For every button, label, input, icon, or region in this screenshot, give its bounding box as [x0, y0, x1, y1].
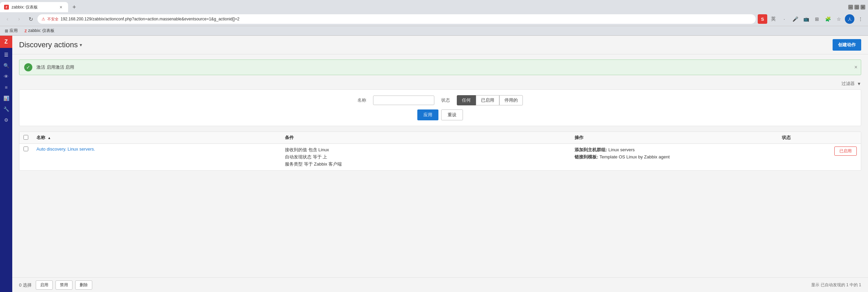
- action-label-1: 添加到主机群组:: [575, 147, 607, 152]
- sidebar-logo[interactable]: Z: [0, 36, 12, 48]
- condition-line-2: 自动发现状态 等于 上: [285, 154, 566, 161]
- screen-icon[interactable]: 📺: [801, 14, 811, 24]
- status-any-button[interactable]: 任何: [457, 95, 476, 105]
- mass-disable-button[interactable]: 禁用: [55, 280, 73, 290]
- sidebar-item-search[interactable]: 🔍: [0, 60, 12, 71]
- sidebar: Z ☰ 🔍 👁 ≡ 📊 🔧 ⚙: [0, 36, 12, 292]
- filter-row-inputs: 名称 状态 任何 已启用 停用的: [25, 95, 855, 105]
- table-row: Auto discovery. Linux servers. 接收到的值 包含 …: [19, 144, 861, 171]
- sidebar-item-menu[interactable]: ☰: [0, 49, 12, 60]
- address-bar-row: ‹ › ↻ ⚠ 不安全 192.168.200.129/zabbix/actio…: [0, 12, 868, 26]
- notification-bar: ✓ 激活 启用激活 启用 ×: [19, 59, 861, 75]
- filter-apply-button[interactable]: 应用: [417, 109, 438, 120]
- filter-header: 过滤器 ▼: [19, 81, 861, 87]
- row-actions-cell: 添加到主机群组: Linux servers 链接到模板: Template O…: [570, 144, 778, 171]
- notification-success-icon: ✓: [24, 63, 32, 71]
- tab-bar: Z zabbix: 仪表板 × + ─ ◻ ×: [0, 0, 868, 12]
- active-tab[interactable]: Z zabbix: 仪表板 ×: [0, 2, 68, 12]
- browser-chrome: Z zabbix: 仪表板 × + ─ ◻ × ‹ › ↻ ⚠ 不安全 192.…: [0, 0, 868, 36]
- window-close[interactable]: ×: [861, 5, 865, 10]
- security-icon: ⚠: [42, 17, 45, 21]
- profile-icon[interactable]: 人: [845, 14, 854, 24]
- bookmarks-bar: ⊞ 应用 Z zabbix: 仪表板: [0, 26, 868, 35]
- mic-icon[interactable]: 🎤: [790, 14, 800, 24]
- row-name-cell: Auto discovery. Linux servers.: [32, 144, 281, 171]
- menu-dots[interactable]: ⋮: [856, 14, 865, 24]
- translate-icon[interactable]: 英: [769, 14, 778, 24]
- mass-enable-button[interactable]: 启用: [36, 280, 53, 290]
- tab-title-label: zabbix: 仪表板: [12, 4, 55, 10]
- table-wrapper: 名称 ▲ 条件 操作 状态: [19, 132, 861, 171]
- new-tab-button[interactable]: +: [69, 2, 79, 12]
- table-header-status: 状态: [778, 132, 861, 144]
- refresh-button[interactable]: ↻: [26, 14, 35, 24]
- action-line-2: 链接到模板: Template OS Linux by Zabbix agent: [575, 154, 774, 161]
- adblock-icon[interactable]: ·: [779, 14, 789, 24]
- bookmark-zabbix[interactable]: Z zabbix: 仪表板: [22, 27, 57, 34]
- table-header-conditions: 条件: [281, 132, 570, 144]
- row-checkbox[interactable]: [23, 147, 28, 151]
- url-text: 192.168.200.129/zabbix/actionconf.php?ac…: [61, 17, 752, 21]
- app-wrapper: Z ☰ 🔍 👁 ≡ 📊 🔧 ⚙ Discovery actions ▾ 创建动作…: [0, 36, 868, 292]
- selected-count: 0 选择: [19, 282, 32, 288]
- condition-line-1: 接收到的值 包含 Linux: [285, 147, 566, 154]
- conditions-text: 接收到的值 包含 Linux 自动发现状态 等于 上 服务类型 等于 Zabbi…: [285, 147, 566, 168]
- condition-line-3: 服务类型 等于 Zabbix 客户端: [285, 161, 566, 168]
- filter-name-input[interactable]: [373, 96, 434, 105]
- actions-table: 名称 ▲ 条件 操作 状态: [19, 132, 861, 170]
- sidebar-item-monitoring[interactable]: 👁: [0, 71, 12, 82]
- grid-icon[interactable]: ⊞: [812, 14, 822, 24]
- mass-delete-button[interactable]: 删除: [75, 280, 92, 290]
- page-title: Discovery actions: [19, 40, 78, 49]
- row-checkbox-cell: [19, 144, 32, 171]
- window-minimize[interactable]: ─: [848, 5, 853, 10]
- security-label: 不安全: [47, 17, 59, 22]
- status-enabled-button[interactable]: 已启用: [476, 95, 499, 105]
- filter-buttons: 应用 重设: [25, 109, 855, 120]
- row-conditions-cell: 接收到的值 包含 Linux 自动发现状态 等于 上 服务类型 等于 Zabbi…: [281, 144, 570, 171]
- status-badge[interactable]: 已启用: [834, 147, 857, 156]
- filter-icon: ▼: [857, 81, 861, 86]
- filter-status-label: 状态: [441, 97, 450, 103]
- select-all-checkbox[interactable]: [23, 135, 28, 140]
- content-area: ✓ 激活 启用激活 启用 × 过滤器 ▼ 名称 状态 任何 已启用 停用的: [12, 54, 868, 277]
- tab-close-button[interactable]: ×: [58, 4, 64, 10]
- name-sort-arrow: ▲: [48, 136, 51, 140]
- table-header-checkbox: [19, 132, 32, 144]
- bookmark-zabbix-label: zabbix: 仪表板: [28, 28, 54, 34]
- create-action-button[interactable]: 创建动作: [833, 39, 861, 51]
- action-label-2: 链接到模板:: [575, 154, 598, 159]
- page-header: Discovery actions ▾ 创建动作: [12, 36, 868, 54]
- bottom-bar: 0 选择 启用 禁用 删除 显示 已自动发现的 1 中的 1: [12, 277, 868, 292]
- bookmark-zabbix-icon: Z: [25, 29, 27, 33]
- forward-button[interactable]: ›: [14, 14, 24, 24]
- apps-grid-icon: ⊞: [5, 29, 8, 33]
- table-header-name[interactable]: 名称 ▲: [32, 132, 281, 144]
- browser-toolbar-right: S 英 · 🎤 📺 ⊞ 🧩 ☆ 人 ⋮: [758, 14, 865, 24]
- sidebar-item-administration[interactable]: ⚙: [0, 115, 12, 125]
- sogou-icon[interactable]: S: [758, 14, 767, 24]
- show-info: 显示 已自动发现的 1 中的 1: [811, 282, 861, 288]
- ext-icon[interactable]: 🧩: [823, 14, 833, 24]
- filter-label: 过滤器: [841, 81, 855, 87]
- bookmark-star[interactable]: ☆: [834, 14, 843, 24]
- sidebar-item-configuration[interactable]: 🔧: [0, 104, 12, 115]
- sidebar-item-inventory[interactable]: ≡: [0, 82, 12, 93]
- action-line-1: 添加到主机群组: Linux servers: [575, 147, 774, 154]
- bookmark-apps[interactable]: ⊞ 应用: [3, 27, 20, 34]
- tab-favicon: Z: [4, 5, 9, 10]
- filter-reset-button[interactable]: 重设: [441, 109, 463, 120]
- row-name-link[interactable]: Auto discovery. Linux servers.: [36, 147, 95, 152]
- action-value-1: Linux servers: [608, 147, 634, 152]
- action-value-2: Template OS Linux by Zabbix agent: [599, 154, 670, 159]
- status-disabled-button[interactable]: 停用的: [499, 95, 523, 105]
- back-button[interactable]: ‹: [3, 14, 12, 24]
- sidebar-item-reports[interactable]: 📊: [0, 93, 12, 104]
- window-restore[interactable]: ◻: [854, 5, 859, 10]
- bookmark-apps-label: 应用: [10, 28, 18, 34]
- main-content: Discovery actions ▾ 创建动作 ✓ 激活 启用激活 启用 × …: [12, 36, 868, 292]
- address-bar[interactable]: ⚠ 不安全 192.168.200.129/zabbix/actionconf.…: [37, 14, 756, 24]
- notification-close-button[interactable]: ×: [854, 64, 857, 70]
- page-title-dropdown[interactable]: ▾: [80, 42, 82, 48]
- filter-section: 名称 状态 任何 已启用 停用的 应用 重设: [19, 89, 861, 126]
